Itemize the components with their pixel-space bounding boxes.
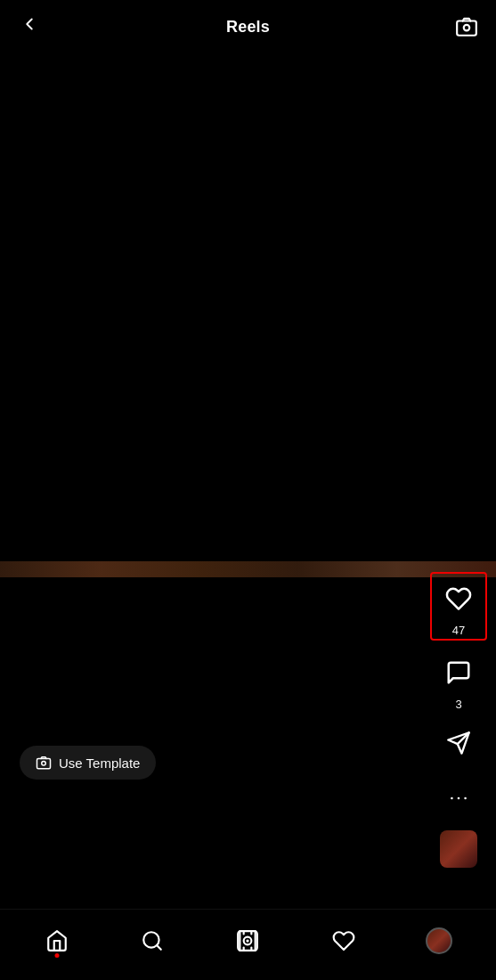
nav-profile[interactable] [426, 927, 452, 954]
svg-point-1 [464, 25, 470, 31]
home-icon [44, 927, 70, 954]
comment-count: 3 [455, 698, 461, 711]
page-title: Reels [226, 18, 270, 37]
more-icon-wrap [435, 775, 482, 821]
nav-reels[interactable] [234, 927, 261, 954]
home-dot [54, 953, 59, 958]
svg-rect-0 [457, 21, 476, 36]
use-template-label: Use Template [59, 755, 140, 771]
comment-button[interactable]: 3 [435, 649, 482, 711]
right-actions: 47 3 [430, 572, 487, 873]
profile-thumbnail[interactable] [440, 830, 477, 868]
share-button[interactable] [435, 720, 482, 766]
profile-nav-avatar [426, 927, 452, 954]
video-frame [0, 561, 496, 577]
use-template-button[interactable]: Use Template [20, 746, 156, 780]
reels-icon [234, 927, 261, 954]
svg-line-10 [157, 945, 161, 950]
bottom-nav [0, 909, 496, 980]
svg-point-8 [42, 762, 46, 766]
nav-heart[interactable] [330, 927, 357, 954]
camera-button[interactable] [453, 13, 480, 40]
svg-rect-7 [37, 759, 51, 769]
nav-home[interactable] [44, 927, 70, 954]
profile-thumb-image [440, 830, 477, 868]
svg-point-4 [451, 797, 453, 800]
nav-search[interactable] [139, 927, 166, 954]
camera-template-icon [36, 755, 52, 771]
heart-nav-icon [330, 927, 357, 954]
heart-icon-wrap [435, 576, 482, 622]
more-button[interactable] [435, 775, 482, 821]
svg-point-5 [458, 797, 460, 800]
share-icon-wrap [435, 720, 482, 766]
svg-point-13 [247, 939, 249, 942]
search-icon [139, 927, 166, 954]
header: Reels [0, 0, 496, 53]
like-button[interactable]: 47 [430, 572, 487, 641]
svg-point-6 [464, 797, 467, 800]
back-button[interactable] [16, 11, 43, 43]
like-count: 47 [452, 624, 465, 637]
profile-nav-icon [426, 927, 452, 954]
comment-icon-wrap [435, 649, 482, 696]
